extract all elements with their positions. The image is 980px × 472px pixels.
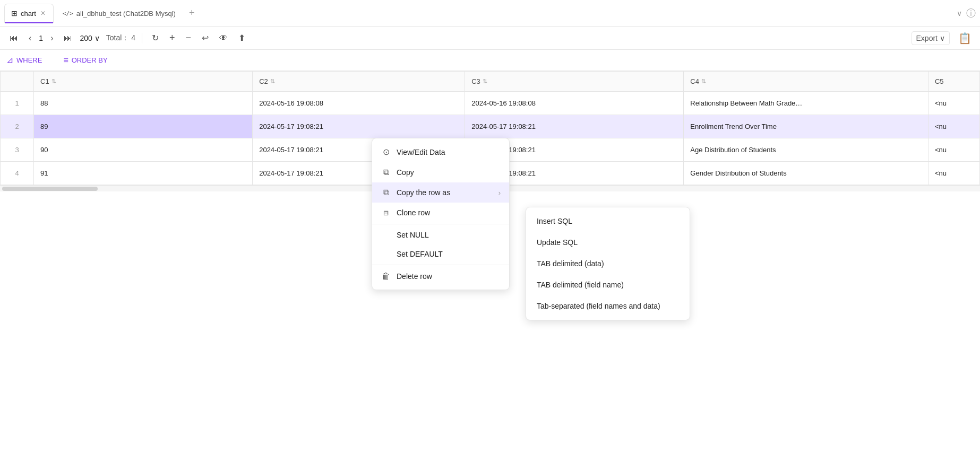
cell-c3[interactable]: 2024-05-17 19:08:21 xyxy=(465,115,684,138)
submenu-item-tab-delimited-data[interactable]: TAB delimited (data) xyxy=(526,253,690,274)
next-page-icon: › xyxy=(50,33,53,43)
upload-button[interactable]: ⬆ xyxy=(235,31,248,45)
cell-c4[interactable]: Age Distribution of Students xyxy=(684,138,929,162)
query-tab-icon: </> xyxy=(63,10,73,17)
delete-row-button[interactable]: − xyxy=(183,30,195,46)
col-c4-label: C4 xyxy=(690,77,699,85)
tab-query[interactable]: </> ali_dbhub_test (Chat2DB Mysql) xyxy=(56,4,183,23)
where-icon: ⊿ xyxy=(6,55,13,65)
where-filter-button[interactable]: ⊿ WHERE xyxy=(6,55,42,65)
cell-c5[interactable]: <nu xyxy=(928,92,979,115)
col-c4-sort-icon[interactable]: ⇅ xyxy=(701,78,706,85)
submenu-item-tab-delimited-field[interactable]: TAB delimited (field name) xyxy=(526,274,690,295)
scroll-thumb[interactable] xyxy=(2,187,98,191)
copy-row-icon: ⧉ xyxy=(381,188,391,197)
info-icon[interactable]: ⓘ xyxy=(966,7,976,20)
menu-divider-2 xyxy=(372,265,509,265)
tab-chart-label: chart xyxy=(21,10,36,18)
cell-c3[interactable]: 2024-05-16 19:08:08 xyxy=(465,92,684,115)
next-page-button[interactable]: › xyxy=(47,31,56,45)
submenu: Insert SQL Update SQL TAB delimited (dat… xyxy=(526,207,690,320)
page-size-selector[interactable]: 200 ∨ xyxy=(80,34,99,42)
menu-item-copy-row-as-label: Copy the row as xyxy=(397,188,493,197)
cell-c1[interactable]: 89 xyxy=(34,115,253,138)
menu-item-view-edit[interactable]: ⊙ View/Edit Data xyxy=(372,142,509,162)
cell-c5[interactable]: <nu xyxy=(928,138,979,162)
cell-c4[interactable]: Relationship Between Math Grade… xyxy=(684,92,929,115)
order-by-button[interactable]: ≡ ORDER BY xyxy=(63,56,107,65)
submenu-item-tab-separated[interactable]: Tab-separated (field names and data) xyxy=(526,295,690,317)
total-value: 4 xyxy=(131,33,135,42)
submenu-update-sql-label: Update SQL xyxy=(537,238,578,247)
col-c2-sort-icon[interactable]: ⇅ xyxy=(270,78,275,85)
first-page-button[interactable]: ⏮ xyxy=(6,31,21,45)
col-header-c2[interactable]: C2 ⇅ xyxy=(253,72,465,92)
tab-overflow-chevron[interactable]: ∨ xyxy=(957,9,962,18)
cell-c5[interactable]: <nu xyxy=(928,162,979,185)
tab-query-label: ali_dbhub_test (Chat2DB Mysql) xyxy=(76,10,176,18)
tab-bar: ⊞ chart ✕ </> ali_dbhub_test (Chat2DB My… xyxy=(0,0,980,27)
col-header-c5[interactable]: C5 xyxy=(928,72,979,92)
tab-chart[interactable]: ⊞ chart ✕ xyxy=(4,4,54,23)
menu-item-set-null-label: Set NULL xyxy=(397,231,501,239)
cell-c1[interactable]: 90 xyxy=(34,138,253,162)
col-c3-sort-icon[interactable]: ⇅ xyxy=(483,78,487,85)
col-header-c3[interactable]: C3 ⇅ xyxy=(465,72,684,92)
menu-item-view-edit-label: View/Edit Data xyxy=(397,148,501,156)
preview-icon: 👁 xyxy=(219,33,228,43)
menu-item-set-null[interactable]: Set NULL xyxy=(372,225,509,244)
col-header-c4[interactable]: C4 ⇅ xyxy=(684,72,929,92)
refresh-button[interactable]: ↻ xyxy=(149,31,162,45)
submenu-insert-sql-label: Insert SQL xyxy=(537,217,572,225)
export-label: Export xyxy=(916,34,938,42)
delete-row-menu-icon: 🗑 xyxy=(381,272,391,281)
chart-tab-icon: ⊞ xyxy=(11,9,18,18)
cell-c4[interactable]: Gender Distribution of Students xyxy=(684,162,929,185)
submenu-item-update-sql[interactable]: Update SQL xyxy=(526,232,690,253)
refresh-icon: ↻ xyxy=(152,33,159,43)
export-arrow: ∨ xyxy=(940,34,945,42)
context-menu: ⊙ View/Edit Data ⧉ Copy ⧉ Copy the row a… xyxy=(372,138,510,290)
menu-item-delete-row[interactable]: 🗑 Delete row xyxy=(372,266,509,286)
tab-chart-close[interactable]: ✕ xyxy=(39,8,47,18)
cell-c1[interactable]: 91 xyxy=(34,162,253,185)
tab-bar-right: ∨ ⓘ xyxy=(957,7,976,20)
add-row-icon: + xyxy=(169,32,175,43)
col-header-c1[interactable]: C1 ⇅ xyxy=(34,72,253,92)
page-number: 1 xyxy=(39,34,43,42)
page-size-arrow: ∨ xyxy=(94,34,100,42)
cell-c2[interactable]: 2024-05-17 19:08:21 xyxy=(253,115,465,138)
submenu-item-insert-sql[interactable]: Insert SQL xyxy=(526,211,690,232)
preview-button[interactable]: 👁 xyxy=(216,31,231,45)
menu-item-set-default[interactable]: Set DEFAULT xyxy=(372,244,509,264)
undo-button[interactable]: ↩ xyxy=(199,31,212,45)
clipboard-icon[interactable]: 📋 xyxy=(956,30,974,47)
cell-c4[interactable]: Enrollment Trend Over Time xyxy=(684,115,929,138)
prev-page-button[interactable]: ‹ xyxy=(25,31,35,45)
table-header-row: C1 ⇅ C2 ⇅ C3 ⇅ xyxy=(1,72,980,92)
toolbar-right: Export ∨ 📋 xyxy=(912,30,974,47)
col-c1-label: C1 xyxy=(40,77,49,85)
menu-item-copy-row-as[interactable]: ⧉ Copy the row as › xyxy=(372,182,509,203)
col-c2-label: C2 xyxy=(259,77,268,85)
row-number-cell: 3 xyxy=(1,138,34,162)
cell-c5[interactable]: <nu xyxy=(928,115,979,138)
page-size-value: 200 xyxy=(80,34,92,42)
table-row[interactable]: 2892024-05-17 19:08:212024-05-17 19:08:2… xyxy=(1,115,980,138)
cell-c1[interactable]: 88 xyxy=(34,92,253,115)
table-row[interactable]: 1882024-05-16 19:08:082024-05-16 19:08:0… xyxy=(1,92,980,115)
last-page-icon: ⏭ xyxy=(64,33,72,43)
menu-item-clone-row[interactable]: ⧈ Clone row xyxy=(372,203,509,223)
col-c1-sort-icon[interactable]: ⇅ xyxy=(51,78,56,85)
export-button[interactable]: Export ∨ xyxy=(912,31,950,45)
submenu-tab-data-label: TAB delimited (data) xyxy=(537,259,604,268)
tab-add-button[interactable]: + xyxy=(185,5,199,21)
menu-item-copy[interactable]: ⧉ Copy xyxy=(372,162,509,182)
add-row-button[interactable]: + xyxy=(166,30,178,46)
menu-divider-1 xyxy=(372,224,509,224)
last-page-button[interactable]: ⏭ xyxy=(61,31,75,45)
col-c3-label: C3 xyxy=(471,77,480,85)
first-page-icon: ⏮ xyxy=(10,33,18,43)
cell-c2[interactable]: 2024-05-16 19:08:08 xyxy=(253,92,465,115)
menu-item-delete-row-label: Delete row xyxy=(397,272,501,281)
